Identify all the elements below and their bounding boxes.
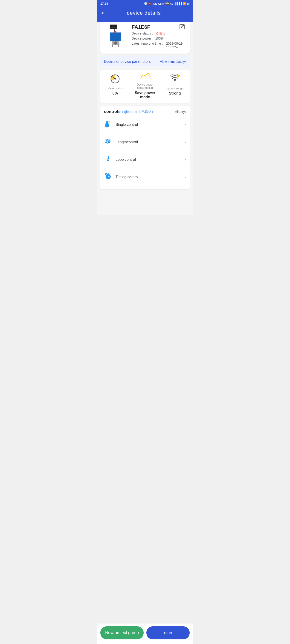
control-title: control bbox=[104, 109, 118, 114]
params-label: Details of device parameters bbox=[104, 60, 151, 64]
device-power-row: Device power： 100% bbox=[132, 36, 185, 41]
svg-rect-6 bbox=[110, 32, 121, 41]
timing-control-icon: ⏰ bbox=[104, 172, 112, 182]
svg-rect-30 bbox=[108, 174, 109, 174]
stat-signal: Signal strength Strong bbox=[160, 70, 190, 103]
svg-point-27 bbox=[108, 140, 110, 142]
length-control-item[interactable]: Lengthcontrol › bbox=[104, 134, 186, 151]
single-control-chevron: › bbox=[185, 122, 186, 127]
loop-control-chevron: › bbox=[185, 157, 186, 162]
status-value: Offline bbox=[156, 32, 165, 36]
device-info: FA1E6F Device status： Offline Device pow… bbox=[132, 24, 185, 49]
svg-rect-11 bbox=[112, 44, 113, 47]
single-control-left: Single control bbox=[104, 120, 138, 129]
header: < device details bbox=[97, 7, 193, 22]
device-image bbox=[105, 24, 128, 47]
svg-rect-12 bbox=[118, 44, 119, 47]
mute-icon: 🔕 bbox=[148, 2, 151, 5]
back-button[interactable]: < bbox=[101, 10, 105, 16]
speed-label: 3.20 KB/s bbox=[152, 2, 164, 5]
timing-control-item[interactable]: ⏰ Timing control › bbox=[104, 168, 186, 186]
length-control-icon bbox=[104, 138, 112, 146]
control-title-group: control(Single control-已送达) bbox=[104, 109, 153, 114]
timing-control-left: ⏰ Timing control bbox=[104, 172, 139, 182]
control-header: control(Single control-已送达) History› bbox=[104, 109, 186, 114]
stat-valve: Valve status 0% bbox=[100, 70, 130, 103]
length-control-chevron: › bbox=[185, 140, 186, 144]
status-bar: 17:28 🕐 🔕 3.20 KB/s HD 5G ▐▐▐▐ 📶 88 bbox=[97, 0, 193, 7]
status-icons: 🕐 🔕 3.20 KB/s HD 5G ▐▐▐▐ 📶 88 bbox=[144, 2, 190, 5]
device-card: FA1E6F Device status： Offline Device pow… bbox=[100, 20, 190, 54]
signal-value: Strong bbox=[169, 91, 181, 96]
timing-control-label: Timing control bbox=[116, 175, 139, 179]
signal-5g: 5G bbox=[170, 2, 174, 5]
power-label: Device power consumption bbox=[133, 83, 158, 90]
single-control-label: Single control bbox=[116, 122, 138, 127]
svg-point-28 bbox=[107, 142, 108, 143]
cell-signal: ▐▐▐▐ bbox=[175, 2, 182, 5]
valve-value: 0% bbox=[113, 91, 118, 96]
stat-power: Device power consumption Save power mode bbox=[130, 70, 160, 103]
power-value-stat: Save power mode bbox=[133, 91, 158, 99]
time: 17:28 bbox=[100, 2, 108, 5]
alarm-icon: 🕐 bbox=[144, 2, 147, 5]
hd-badge: HD bbox=[165, 2, 169, 5]
loop-control-icon bbox=[104, 155, 112, 164]
svg-rect-20 bbox=[105, 123, 109, 128]
edit-button[interactable] bbox=[179, 24, 185, 30]
wifi-icon: 📶 bbox=[183, 2, 186, 5]
loop-control-left: Loop control bbox=[104, 155, 136, 164]
device-time-row: Latest reporting time： 2023-08-19 11:02:… bbox=[132, 42, 185, 49]
device-status-row: Device status： Offline bbox=[132, 32, 185, 36]
svg-point-22 bbox=[108, 121, 110, 122]
device-name: FA1E6F bbox=[132, 24, 150, 30]
svg-point-7 bbox=[114, 31, 116, 33]
valve-label: Valve status bbox=[108, 87, 122, 90]
length-control-left: Lengthcontrol bbox=[104, 138, 138, 146]
svg-text:⏰: ⏰ bbox=[105, 174, 108, 176]
length-control-label: Lengthcontrol bbox=[116, 140, 138, 144]
single-control-item[interactable]: Single control › bbox=[104, 116, 186, 134]
svg-point-21 bbox=[106, 121, 108, 124]
params-bar: Details of device parameters View immedi… bbox=[100, 56, 190, 67]
timing-control-chevron: › bbox=[185, 174, 186, 180]
svg-point-19 bbox=[177, 74, 179, 77]
power-value: 100% bbox=[155, 36, 164, 40]
battery-level: 88 bbox=[187, 2, 190, 5]
loop-control-item[interactable]: Loop control › bbox=[104, 151, 186, 168]
single-control-icon bbox=[104, 120, 112, 129]
valve-icon bbox=[110, 73, 121, 85]
svg-point-18 bbox=[174, 79, 176, 81]
page-title: device details bbox=[108, 10, 179, 16]
control-subtitle: (Single control-已送达) bbox=[118, 110, 153, 114]
reporting-date: 2023-08-19 bbox=[166, 42, 183, 45]
svg-point-17 bbox=[114, 78, 116, 80]
view-immediately-button[interactable]: View immediately› bbox=[160, 60, 186, 64]
history-button[interactable]: History› bbox=[175, 110, 186, 114]
control-section: control(Single control-已送达) History› Sin… bbox=[100, 106, 190, 189]
power-icon bbox=[139, 73, 151, 82]
reporting-time: 11:02:57 bbox=[166, 45, 183, 49]
signal-label: Signal strength bbox=[166, 87, 184, 90]
svg-rect-1 bbox=[110, 24, 117, 29]
stats-row: Valve status 0% Device power consumption… bbox=[100, 70, 190, 103]
svg-rect-13 bbox=[180, 24, 184, 29]
content: FA1E6F Device status： Offline Device pow… bbox=[97, 20, 193, 215]
signal-icon bbox=[169, 73, 180, 85]
svg-point-26 bbox=[106, 139, 108, 140]
svg-rect-10 bbox=[114, 42, 117, 44]
loop-control-label: Loop control bbox=[116, 158, 136, 162]
